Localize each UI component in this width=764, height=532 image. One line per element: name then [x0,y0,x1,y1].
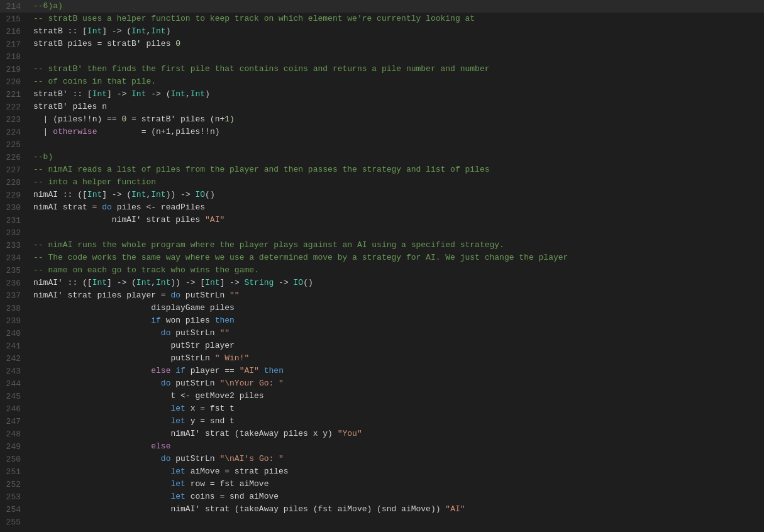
code-line: 239 if won piles then [0,314,764,327]
line-content: -- of coins in that pile. [28,75,764,88]
line-number: 229 [0,191,28,200]
line-content: let aiMove = strat piles [28,465,764,478]
code-line: 224 | otherwise = (n+1,piles!!n) [0,126,764,138]
line-number: 233 [0,241,28,250]
line-content: do putStrLn "\nAI's Go: " [28,453,764,465]
line-number: 244 [0,379,28,389]
code-line: 248 nimAI' strat (takeAway piles x y) "Y… [0,428,764,440]
line-number: 237 [0,291,28,301]
line-content: putStrLn " Win!" [28,352,764,365]
line-content: stratB' piles n [28,101,764,113]
code-line: 222stratB' piles n [0,101,764,113]
line-number: 219 [0,65,28,74]
line-number: 230 [0,203,28,213]
code-line: 233-- nimAI runs the whole program where… [0,239,764,252]
line-number: 246 [0,404,28,414]
code-line: 255 [0,516,764,528]
code-line: 242 putStrLn " Win!" [0,352,764,365]
code-line: 229nimAI :: ([Int] -> (Int,Int)) -> IO() [0,189,764,201]
code-line: 230nimAI strat = do piles <- readPiles [0,201,764,214]
code-line: 225 [0,138,764,151]
code-line: 244 do putStrLn "\nYour Go: " [0,377,764,390]
line-content: stratB' :: [Int] -> Int -> (Int,Int) [28,88,764,101]
line-number: 235 [0,266,28,275]
line-number: 245 [0,392,28,401]
line-content: nimAI' strat piles player = do putStrLn … [28,289,764,302]
code-line: 235-- name on each go to track who wins … [0,264,764,277]
line-content: else if player == "AI" then [28,365,764,377]
code-line: 241 putStr player [0,340,764,352]
code-line: 247 let y = snd t [0,415,764,428]
line-content: let row = fst aiMove [28,478,764,490]
line-number: 249 [0,442,28,452]
line-content: putStr player [28,340,764,352]
line-content: -- into a helper function [28,176,764,189]
line-content [28,138,764,151]
code-line: 220-- of coins in that pile. [0,75,764,88]
line-number: 243 [0,367,28,376]
line-content: let x = fst t [28,402,764,415]
line-content [28,50,764,63]
line-number: 254 [0,505,28,514]
line-number: 223 [0,115,28,125]
line-content: --6)a) [28,0,764,13]
line-number: 216 [0,27,28,36]
line-number: 228 [0,178,28,187]
code-line: 221stratB' :: [Int] -> Int -> (Int,Int) [0,88,764,101]
line-content: --b) [28,151,764,163]
line-content: t <- getMove2 piles [28,390,764,402]
code-line: 228-- into a helper function [0,176,764,189]
line-number: 232 [0,228,28,238]
line-number: 231 [0,216,28,225]
code-line: 227-- nimAI reads a list of piles from t… [0,163,764,176]
line-number: 214 [0,2,28,11]
line-number: 250 [0,455,28,464]
line-number: 240 [0,329,28,338]
code-line: 231 nimAI' strat piles "AI" [0,214,764,226]
code-line: 243 else if player == "AI" then [0,365,764,377]
line-content: | (piles!!n) == 0 = stratB' piles (n+1) [28,113,764,126]
line-content: displayGame piles [28,302,764,314]
code-line: 238 displayGame piles [0,302,764,314]
line-content: -- stratB uses a helper function to keep… [28,13,764,25]
line-number: 247 [0,417,28,426]
line-number: 253 [0,492,28,502]
line-number: 242 [0,354,28,363]
line-content: do putStrLn "" [28,327,764,340]
line-number: 221 [0,90,28,99]
code-line: 226--b) [0,151,764,163]
code-line: 223 | (piles!!n) == 0 = stratB' piles (n… [0,113,764,126]
line-content: nimAI' :: ([Int] -> (Int,Int)) -> [Int] … [28,277,764,289]
code-line: 250 do putStrLn "\nAI's Go: " [0,453,764,465]
line-number: 227 [0,165,28,175]
line-number: 239 [0,316,28,326]
line-content: else [28,440,764,453]
code-line: 252 let row = fst aiMove [0,478,764,490]
code-line: 218 [0,50,764,63]
line-content: nimAI :: ([Int] -> (Int,Int)) -> IO() [28,189,764,201]
line-number: 225 [0,140,28,150]
line-number: 215 [0,14,28,24]
code-editor: 214--6)a)215-- stratB uses a helper func… [0,0,764,532]
code-line: 236nimAI' :: ([Int] -> (Int,Int)) -> [In… [0,277,764,289]
line-content: nimAI strat = do piles <- readPiles [28,201,764,214]
code-line: 217stratB piles = stratB' piles 0 [0,38,764,50]
line-content [28,516,764,528]
code-line: 245 t <- getMove2 piles [0,390,764,402]
line-content: -- The code works the same way where we … [28,252,764,264]
line-content: let coins = snd aiMove [28,490,764,503]
line-content: nimAI' strat piles "AI" [28,214,764,226]
line-number: 255 [0,518,28,527]
code-line: 249 else [0,440,764,453]
code-line: 234-- The code works the same way where … [0,252,764,264]
line-number: 218 [0,52,28,62]
code-line: 232 [0,226,764,239]
line-content: nimAI' strat (takeAway piles (fst aiMove… [28,503,764,516]
line-number: 224 [0,128,28,137]
line-content: stratB :: [Int] -> (Int,Int) [28,25,764,38]
line-content: -- name on each go to track who wins the… [28,264,764,277]
line-content [28,226,764,239]
line-number: 234 [0,253,28,263]
line-content: -- nimAI reads a list of piles from the … [28,163,764,176]
line-number: 241 [0,341,28,351]
